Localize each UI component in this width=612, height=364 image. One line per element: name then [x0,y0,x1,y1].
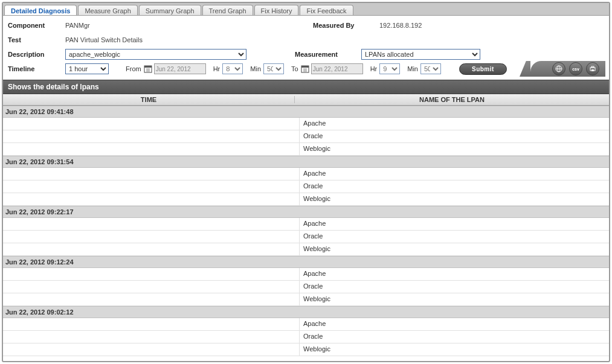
label-measurement: Measurement [295,51,361,58]
cell-time [3,180,300,193]
time-group-header: Jun 22, 2012 09:41:48 [3,106,609,118]
cell-lpan-name: Weblogic [300,243,609,255]
table-row: Weblogic [3,193,609,206]
time-group-header: Jun 22, 2012 09:31:54 [3,156,609,168]
time-group-header: Jun 22, 2012 09:22:17 [3,206,609,218]
table-row: Weblogic [3,293,609,306]
cell-time [3,218,300,230]
panel-title: Shows the details of lpans [3,80,609,94]
cell-lpan-name: Apache [300,268,609,280]
cell-time [3,293,300,305]
toolbar-cap: csv [530,61,605,77]
cell-lpan-name: Weblogic [300,293,609,305]
cell-lpan-name: Oracle [300,231,609,243]
submit-button[interactable]: Submit [459,63,507,75]
table-header: TIME NAME OF THE LPAN [3,94,609,106]
svg-rect-14 [591,66,594,68]
cell-lpan-name: Apache [300,168,609,180]
from-date-input[interactable] [154,63,206,74]
cell-time [3,168,300,180]
to-min-select[interactable]: 50 [420,63,441,74]
cell-lpan-name: Apache [300,318,609,330]
cell-time [3,193,300,205]
table-row: Apache [3,168,609,180]
cell-lpan-name: Apache [300,118,609,130]
cell-time [3,231,300,243]
value-component: PANMgr [65,22,295,29]
cell-lpan-name: Oracle [300,180,609,193]
tab-bar: Detailed DiagnosisMeasure GraphSummary G… [3,3,609,16]
time-group-header: Jun 22, 2012 09:12:24 [3,256,609,268]
tab-fix-history[interactable]: Fix History [254,5,299,15]
to-hr-select[interactable]: 9 [379,63,400,74]
description-select[interactable]: apache_weblogic [65,49,246,60]
table-row: Apache [3,268,609,281]
table-row: Oracle [3,180,609,193]
data-table: TIME NAME OF THE LPAN Jun 22, 2012 09:41… [3,94,609,358]
value-test: PAN Virtual Switch Details [65,36,143,43]
csv-export-icon[interactable]: csv [569,62,582,75]
tab-trend-graph[interactable]: Trend Graph [202,5,253,15]
to-date-input[interactable] [311,63,363,74]
cell-time [3,318,300,330]
calendar-icon[interactable] [301,65,309,73]
tab-summary-graph[interactable]: Summary Graph [139,5,201,15]
from-min-select[interactable]: 50 [263,63,284,74]
table-body[interactable]: Jun 22, 2012 09:41:48ApacheOracleWeblogi… [3,106,609,358]
table-row: Weblogic [3,343,609,356]
cell-time [3,130,300,142]
table-row: Apache [3,318,609,331]
label-component: Component [7,22,65,29]
from-hr-select[interactable]: 8 [222,63,243,74]
label-to: To [291,65,298,72]
table-row: Oracle [3,231,609,243]
time-group-header: Jun 22, 2012 09:02:12 [3,306,609,318]
label-to-min: Min [407,65,418,72]
svg-rect-1 [144,66,152,68]
tab-detailed-diagnosis[interactable]: Detailed Diagnosis [4,5,77,15]
cell-lpan-name: Oracle [300,281,609,293]
table-row: Apache [3,118,609,130]
table-row: Weblogic [3,143,609,156]
cell-time [3,243,300,255]
label-measured-by: Measured By [313,22,379,29]
cell-lpan-name: Oracle [300,130,609,142]
cell-time [3,268,300,280]
label-from-min: Min [250,65,261,72]
table-row: Apache [3,218,609,231]
calendar-icon[interactable] [144,65,152,73]
app-root: Detailed DiagnosisMeasure GraphSummary G… [0,0,612,364]
tab-measure-graph[interactable]: Measure Graph [78,5,137,15]
table-row: Oracle [3,331,609,343]
cell-time [3,143,300,155]
table-row: Oracle [3,281,609,293]
table-row: Oracle [3,130,609,143]
label-description: Description [7,51,65,58]
label-test: Test [7,36,65,43]
tab-fix-feedback[interactable]: Fix Feedback [300,5,353,15]
cell-time [3,281,300,293]
label-from: From [126,65,141,72]
cell-time [3,118,300,130]
value-measured-by: 192.168.8.192 [379,22,422,29]
table-row: Weblogic [3,243,609,256]
cell-lpan-name: Weblogic [300,193,609,205]
svg-rect-6 [301,66,309,68]
timeline-select[interactable]: 1 hour [65,63,109,74]
measurement-select[interactable]: LPANs allocated [361,49,480,60]
cell-lpan-name: Apache [300,218,609,230]
cell-time [3,343,300,356]
label-from-hr: Hr [213,65,221,72]
col-time: TIME [3,96,295,103]
svg-rect-15 [591,69,594,71]
cell-lpan-name: Weblogic [300,343,609,356]
col-name: NAME OF THE LPAN [295,96,609,103]
filter-form: Component PANMgr Measured By 192.168.8.1… [3,16,609,80]
print-icon[interactable] [586,62,599,75]
label-to-hr: Hr [370,65,378,72]
globe-icon[interactable] [552,62,565,75]
cell-time [3,331,300,343]
label-timeline: Timeline [7,65,65,72]
cell-lpan-name: Weblogic [300,143,609,155]
cell-lpan-name: Oracle [300,331,609,343]
